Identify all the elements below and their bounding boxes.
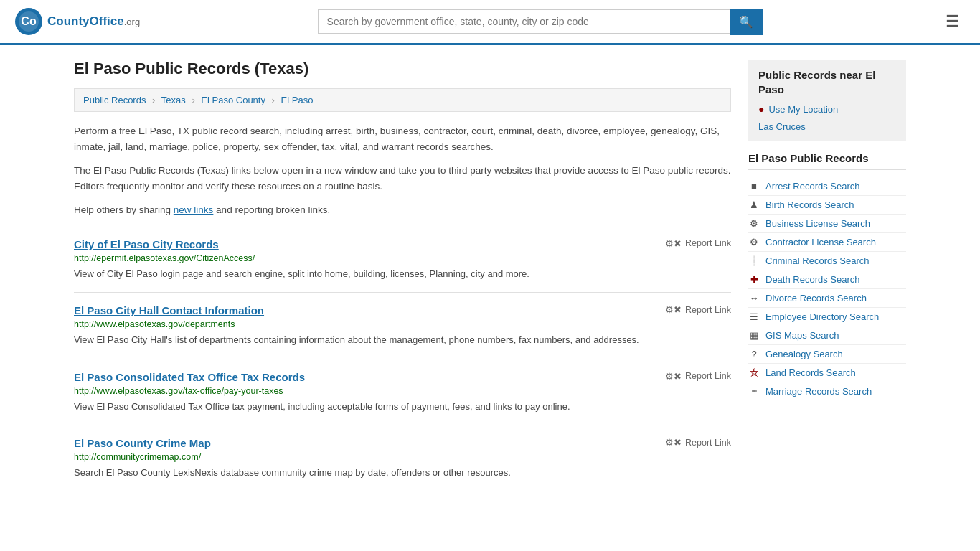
result-title-2[interactable]: El Paso City Hall Contact Information	[74, 304, 264, 316]
report-link-1[interactable]: ⚙✖ Report Link	[665, 238, 731, 249]
sidebar-item-death[interactable]: ✚ Death Records Search	[748, 270, 906, 289]
gis-maps-link[interactable]: GIS Maps Search	[765, 330, 839, 341]
result-title-1[interactable]: City of El Paso City Records	[74, 238, 219, 250]
result-url-2[interactable]: http://www.elpasotexas.gov/departments	[74, 319, 731, 329]
nearby-las-cruces[interactable]: Las Cruces	[758, 121, 896, 132]
result-header-2: El Paso City Hall Contact Information ⚙✖…	[74, 304, 731, 316]
result-url-3[interactable]: http://www.elpasotexas.gov/tax-office/pa…	[74, 386, 731, 396]
report-link-2[interactable]: ⚙✖ Report Link	[665, 304, 731, 315]
search-area: 🔍	[318, 9, 763, 35]
result-desc-2: View El Paso City Hall's list of departm…	[74, 333, 731, 347]
gis-map-icon: ▦	[748, 330, 760, 341]
page-title: El Paso Public Records (Texas)	[74, 60, 731, 78]
breadcrumb-elpaso[interactable]: El Paso	[281, 95, 314, 105]
report-icon-3: ⚙✖	[665, 371, 682, 382]
sidebar-nearby: Public Records near El Paso ● Use My Loc…	[748, 60, 906, 141]
sidebar-item-arrest[interactable]: ■ Arrest Records Search	[748, 177, 906, 196]
death-records-link[interactable]: Death Records Search	[765, 274, 860, 285]
result-url-1[interactable]: http://epermit.elpasotexas.gov/CitizenAc…	[74, 253, 731, 263]
report-icon-1: ⚙✖	[665, 238, 682, 249]
logo-text: CountyOffice.org	[47, 14, 140, 29]
employee-list-icon: ☰	[748, 311, 760, 322]
sidebar-item-employee[interactable]: ☰ Employee Directory Search	[748, 308, 906, 326]
search-button[interactable]: 🔍	[730, 9, 763, 35]
result-card-2: El Paso City Hall Contact Information ⚙✖…	[74, 293, 731, 359]
intro-3-post: and reporting broken links.	[213, 204, 330, 215]
result-header-3: El Paso Consolidated Tax Office Tax Reco…	[74, 371, 731, 383]
sidebar-item-marriage[interactable]: ⚭ Marriage Records Search	[748, 382, 906, 400]
land-records-link[interactable]: Land Records Search	[765, 367, 856, 378]
sidebar-item-genealogy[interactable]: ? Genealogy Search	[748, 345, 906, 364]
logo-icon: Co	[14, 7, 43, 36]
main-container: El Paso Public Records (Texas) Public Re…	[60, 45, 920, 506]
result-title-3[interactable]: El Paso Consolidated Tax Office Tax Reco…	[74, 371, 305, 383]
criminal-exclaim-icon: ❕	[748, 255, 760, 266]
divorce-arrows-icon: ↔	[748, 293, 760, 303]
svg-text:Co: Co	[21, 15, 37, 27]
result-card-4: El Paso County Crime Map ⚙✖ Report Link …	[74, 425, 731, 491]
criminal-records-link[interactable]: Criminal Records Search	[765, 255, 870, 266]
genealogy-question-icon: ?	[748, 349, 760, 359]
report-icon-2: ⚙✖	[665, 304, 682, 315]
content-area: El Paso Public Records (Texas) Public Re…	[74, 60, 731, 491]
use-my-location-link[interactable]: Use My Location	[768, 104, 838, 115]
breadcrumb-public-records[interactable]: Public Records	[83, 95, 146, 105]
result-desc-4: Search El Paso County LexisNexis databas…	[74, 466, 731, 480]
sidebar-item-land[interactable]: ⛤ Land Records Search	[748, 364, 906, 382]
divorce-records-link[interactable]: Divorce Records Search	[765, 293, 867, 303]
intro-paragraph-1: Perform a free El Paso, TX public record…	[74, 123, 731, 154]
sidebar-item-gis[interactable]: ▦ GIS Maps Search	[748, 326, 906, 345]
birth-icon: ♟	[748, 199, 760, 210]
marriage-records-link[interactable]: Marriage Records Search	[765, 386, 872, 397]
contractor-gear-icon: ⚙	[748, 237, 760, 248]
breadcrumb-sep-3: ›	[272, 95, 275, 105]
sidebar-item-divorce[interactable]: ↔ Divorce Records Search	[748, 289, 906, 308]
contractor-license-link[interactable]: Contractor License Search	[765, 237, 876, 248]
location-pin-icon: ●	[758, 103, 764, 115]
sidebar: Public Records near El Paso ● Use My Loc…	[748, 60, 906, 491]
birth-records-link[interactable]: Birth Records Search	[765, 199, 854, 210]
report-icon-4: ⚙✖	[665, 437, 682, 448]
result-header-1: City of El Paso City Records ⚙✖ Report L…	[74, 238, 731, 250]
employee-directory-link[interactable]: Employee Directory Search	[765, 311, 879, 322]
site-header: Co CountyOffice.org 🔍 ☰	[0, 0, 980, 45]
intro-paragraph-3: Help others by sharing new links and rep…	[74, 202, 731, 218]
breadcrumb-texas[interactable]: Texas	[161, 95, 186, 105]
business-gear-icon: ⚙	[748, 218, 760, 229]
use-my-location[interactable]: ● Use My Location	[758, 103, 896, 115]
result-url-4[interactable]: http://communitycrimemap.com/	[74, 452, 731, 462]
genealogy-search-link[interactable]: Genealogy Search	[765, 349, 843, 359]
report-link-3[interactable]: ⚙✖ Report Link	[665, 371, 731, 382]
menu-icon: ☰	[946, 12, 960, 30]
intro-3-pre: Help others by sharing	[74, 204, 174, 215]
death-cross-icon: ✚	[748, 274, 760, 285]
breadcrumb-sep-1: ›	[152, 95, 155, 105]
business-license-link[interactable]: Business License Search	[765, 218, 870, 229]
sidebar-item-contractor[interactable]: ⚙ Contractor License Search	[748, 233, 906, 252]
menu-button[interactable]: ☰	[940, 9, 966, 34]
header-right: ☰	[940, 9, 966, 34]
sidebar-item-criminal[interactable]: ❕ Criminal Records Search	[748, 252, 906, 270]
sidebar-item-business[interactable]: ⚙ Business License Search	[748, 215, 906, 233]
sidebar-records-title: El Paso Public Records	[748, 152, 906, 170]
search-input[interactable]	[318, 9, 730, 34]
result-card-1: City of El Paso City Records ⚙✖ Report L…	[74, 227, 731, 293]
intro-paragraph-2: The El Paso Public Records (Texas) links…	[74, 163, 731, 194]
sidebar-nearby-title: Public Records near El Paso	[758, 68, 896, 96]
breadcrumb-sep-2: ›	[192, 95, 194, 105]
arrest-records-link[interactable]: Arrest Records Search	[765, 181, 860, 192]
result-title-4[interactable]: El Paso County Crime Map	[74, 437, 211, 449]
sidebar-item-birth[interactable]: ♟ Birth Records Search	[748, 196, 906, 215]
new-links-link[interactable]: new links	[174, 204, 214, 215]
logo-area[interactable]: Co CountyOffice.org	[14, 7, 140, 36]
result-header-4: El Paso County Crime Map ⚙✖ Report Link	[74, 437, 731, 449]
land-tree-icon: ⛤	[748, 367, 760, 378]
sidebar-records: El Paso Public Records ■ Arrest Records …	[748, 152, 906, 400]
result-desc-3: View El Paso Consolidated Tax Office tax…	[74, 400, 731, 414]
las-cruces-link[interactable]: Las Cruces	[758, 121, 806, 132]
report-link-4[interactable]: ⚙✖ Report Link	[665, 437, 731, 448]
breadcrumb-elpaso-county[interactable]: El Paso County	[201, 95, 265, 105]
search-icon: 🔍	[739, 16, 753, 28]
arrest-icon: ■	[748, 181, 760, 192]
breadcrumb: Public Records › Texas › El Paso County …	[74, 88, 731, 112]
